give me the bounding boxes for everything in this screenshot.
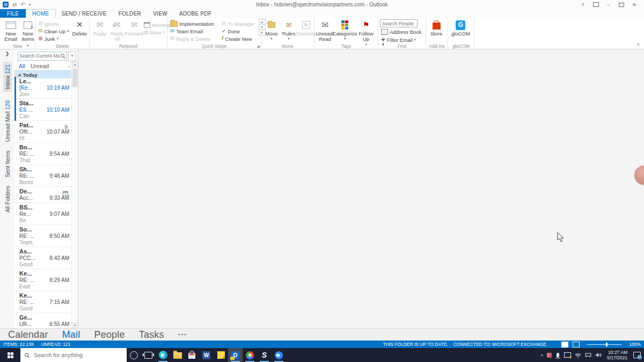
junk-button[interactable]: ⊗ Junk▾ [37, 35, 70, 42]
taskbar-app-s[interactable] [257, 348, 272, 362]
quickstep-create-new[interactable]: f Create New [221, 35, 256, 42]
zoom-level[interactable]: 100% [629, 342, 641, 347]
help-icon[interactable]: ? [576, 1, 589, 9]
rules-button[interactable]: ✉ Rules▾ [280, 19, 297, 41]
notification-icon[interactable]: 3 [633, 352, 641, 358]
clean-up-button[interactable]: ✉ Clean Up▾ [37, 27, 70, 35]
list-item[interactable]: So...RE: ...8:50 AMTeam, [14, 225, 72, 247]
scroll-down-icon[interactable]: ▼ [72, 322, 78, 328]
reply-button[interactable]: ✉← Reply [91, 19, 108, 37]
ethernet-icon[interactable] [585, 353, 591, 358]
sidebar-item-all-folders[interactable]: All Folders [4, 186, 11, 213]
filter-email-button[interactable]: Filter Email▾ [380, 36, 422, 44]
peek-avatar[interactable] [634, 165, 644, 185]
taskbar-app-chrome[interactable] [243, 348, 257, 362]
onenote-button[interactable]: N OneNote [297, 19, 314, 37]
list-item[interactable]: Le...[Re...10:19 AMJoin [14, 77, 72, 99]
categorize-button[interactable]: Categorize▾ [334, 19, 356, 41]
quickstep-implementation[interactable]: Implementation [169, 20, 215, 27]
dialog-launcher-icon[interactable]: ◢ [257, 44, 260, 48]
sidebar-item-sent-items[interactable]: Sent Items [4, 150, 11, 177]
taskbar-app-store[interactable] [185, 348, 199, 362]
task-view-icon[interactable] [141, 348, 156, 362]
address-book-button[interactable]: Address Book [380, 28, 422, 35]
sidebar-item-inbox[interactable]: Inbox 121 [3, 62, 12, 92]
list-item[interactable]: Bo...RE: ...9:54 AMThat [14, 143, 72, 165]
sidebar-item-unread-mail[interactable]: Unread Mail 120 [4, 100, 11, 142]
taskbar-clock[interactable]: 10:27 AM 5/17/2021 [607, 350, 627, 360]
delete-button[interactable]: ✕ Delete [71, 19, 88, 37]
search-people-input[interactable]: Search People [380, 19, 418, 27]
tab-adobe-pdf[interactable]: ADOBE PDF [173, 9, 218, 18]
list-scrollbar[interactable]: ▲ ▼ [71, 61, 78, 328]
taskbar-search[interactable] [20, 348, 127, 362]
list-item[interactable]: Ke...RE: ...7:15 AMGood [14, 291, 72, 313]
move-button[interactable]: ↓ Move▾ [263, 19, 280, 41]
meeting-button[interactable]: Meeting [143, 21, 171, 28]
taskbar-search-input[interactable] [33, 351, 122, 359]
tab-all[interactable]: All [19, 63, 25, 69]
normal-view-icon[interactable] [561, 342, 568, 347]
scroll-up-icon[interactable]: ▲ [72, 61, 78, 67]
more-respond-button[interactable]: ▤ More▾ [143, 28, 171, 36]
taskbar-app-file-explorer[interactable] [170, 348, 185, 362]
tab-unread[interactable]: Unread [31, 63, 49, 69]
nav-calendar[interactable]: Calendar [8, 329, 48, 341]
reading-view-icon[interactable] [573, 342, 580, 347]
reply-all-button[interactable]: ✉⇇ Reply All [108, 19, 126, 43]
nav-people[interactable]: People [94, 329, 125, 341]
glocom-button[interactable]: G gloCOM [450, 19, 472, 37]
undo-icon[interactable]: ↶ [20, 2, 25, 8]
tab-home[interactable]: HOME [26, 9, 55, 18]
close-icon[interactable]: ✕ [628, 1, 641, 9]
quickstep-team-email[interactable]: ✉ Team Email [169, 27, 215, 35]
list-item[interactable]: Pat...Offi...10:07 AMHi [14, 121, 72, 143]
tab-view[interactable]: VIEW [147, 9, 173, 18]
list-item[interactable]: As...PCC...8:43 AMGood [14, 247, 72, 269]
quickstep-reply-delete[interactable]: ✉ Reply & Delete [169, 35, 215, 42]
nav-mail[interactable]: Mail [62, 329, 80, 341]
list-item[interactable]: Sta...ES ...10:10 AMCan [14, 99, 72, 121]
restore-icon[interactable] [615, 1, 628, 9]
ribbon-display-icon[interactable] [589, 1, 602, 9]
zoom-slider-thumb[interactable] [606, 343, 608, 346]
customize-icon[interactable]: ▾ [29, 3, 31, 6]
collapse-ribbon-icon[interactable]: ˄ [637, 42, 640, 47]
tab-folder[interactable]: FOLDER [113, 9, 147, 18]
minimize-icon[interactable]: – [602, 1, 615, 9]
taskbar-app-edge[interactable] [156, 348, 170, 362]
unread-read-button[interactable]: ✉ Unread/ Read [316, 19, 334, 43]
cast-icon[interactable] [564, 352, 571, 358]
quickstep-done[interactable]: ✓ Done [221, 27, 256, 35]
send-receive-icon[interactable]: ⇄ [12, 2, 17, 8]
taskbar-app-sticky-notes[interactable] [214, 348, 228, 362]
list-item[interactable]: BS...Re...9:07 AMBe [14, 203, 72, 225]
ignore-button[interactable]: ⊘ Ignore [37, 20, 70, 27]
taskbar-app-word[interactable] [199, 348, 214, 362]
list-item[interactable]: Sh...RE: ...9:46 AMBonni [14, 165, 72, 187]
tab-send-receive[interactable]: SEND / RECEIVE [56, 9, 113, 18]
search-input[interactable] [18, 52, 67, 61]
sort-order-icon[interactable]: ↓ [68, 63, 71, 69]
search-scope-dropdown[interactable]: ▼ [68, 51, 76, 61]
new-email-button[interactable]: New Email [2, 19, 19, 43]
zoom-slider[interactable] [587, 344, 621, 345]
hidden-icons-chevron[interactable]: ˄ [541, 353, 544, 358]
scrollbar-thumb[interactable] [72, 69, 77, 87]
volume-icon[interactable] [595, 352, 602, 358]
quickstep-to-manager[interactable]: ✉ To Manager [221, 20, 256, 27]
taskbar-app-outlook[interactable] [228, 348, 243, 362]
store-button[interactable]: Store [428, 19, 445, 37]
tab-file[interactable]: FILE [0, 9, 26, 18]
list-item[interactable]: Ge...UR...6:55 AMGood [14, 313, 72, 329]
follow-up-button[interactable]: ⚑ Follow Up▾ [356, 19, 376, 47]
start-button[interactable] [0, 348, 20, 362]
list-item[interactable]: Ke...RE: ...8:29 AMEast [14, 269, 72, 291]
search-input-field[interactable] [19, 53, 60, 59]
forward-button[interactable]: ✉→ Forward [126, 19, 143, 37]
taskbar-app-zoom[interactable] [272, 348, 286, 362]
nav-tasks[interactable]: Tasks [139, 329, 164, 341]
nav-more-icon[interactable]: ··· [178, 330, 187, 339]
tray-color-icon[interactable] [547, 353, 552, 358]
microphone-icon[interactable] [557, 353, 559, 357]
